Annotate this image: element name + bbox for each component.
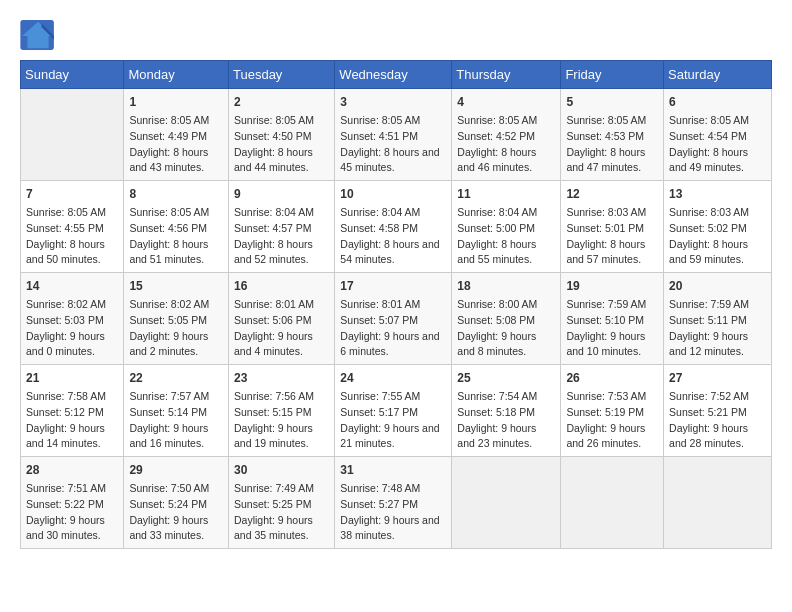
day-cell: 27Sunrise: 7:52 AMSunset: 5:21 PMDayligh… (664, 365, 772, 457)
sunset: Sunset: 5:15 PM (234, 406, 312, 418)
sunset: Sunset: 4:53 PM (566, 130, 644, 142)
daylight: Daylight: 9 hours and 12 minutes. (669, 330, 748, 358)
sunset: Sunset: 5:19 PM (566, 406, 644, 418)
daylight: Daylight: 9 hours and 0 minutes. (26, 330, 105, 358)
sunset: Sunset: 4:57 PM (234, 222, 312, 234)
daylight: Daylight: 8 hours and 45 minutes. (340, 146, 439, 174)
daylight: Daylight: 8 hours and 44 minutes. (234, 146, 313, 174)
daylight: Daylight: 8 hours and 43 minutes. (129, 146, 208, 174)
day-number: 15 (129, 277, 223, 295)
daylight: Daylight: 8 hours and 54 minutes. (340, 238, 439, 266)
sunset: Sunset: 5:01 PM (566, 222, 644, 234)
day-number: 24 (340, 369, 446, 387)
sunset: Sunset: 5:22 PM (26, 498, 104, 510)
sunrise: Sunrise: 7:48 AM (340, 482, 420, 494)
day-header-thursday: Thursday (452, 61, 561, 89)
day-number: 29 (129, 461, 223, 479)
week-row-1: 1Sunrise: 8:05 AMSunset: 4:49 PMDaylight… (21, 89, 772, 181)
day-cell: 30Sunrise: 7:49 AMSunset: 5:25 PMDayligh… (228, 457, 334, 549)
sunset: Sunset: 5:07 PM (340, 314, 418, 326)
sunrise: Sunrise: 7:56 AM (234, 390, 314, 402)
day-header-saturday: Saturday (664, 61, 772, 89)
day-cell: 11Sunrise: 8:04 AMSunset: 5:00 PMDayligh… (452, 181, 561, 273)
sunset: Sunset: 4:56 PM (129, 222, 207, 234)
day-cell: 14Sunrise: 8:02 AMSunset: 5:03 PMDayligh… (21, 273, 124, 365)
sunset: Sunset: 4:58 PM (340, 222, 418, 234)
day-cell: 7Sunrise: 8:05 AMSunset: 4:55 PMDaylight… (21, 181, 124, 273)
daylight: Daylight: 8 hours and 50 minutes. (26, 238, 105, 266)
sunset: Sunset: 5:27 PM (340, 498, 418, 510)
sunrise: Sunrise: 8:05 AM (669, 114, 749, 126)
day-cell: 16Sunrise: 8:01 AMSunset: 5:06 PMDayligh… (228, 273, 334, 365)
daylight: Daylight: 9 hours and 38 minutes. (340, 514, 439, 542)
daylight: Daylight: 9 hours and 4 minutes. (234, 330, 313, 358)
daylight: Daylight: 9 hours and 23 minutes. (457, 422, 536, 450)
sunrise: Sunrise: 8:03 AM (566, 206, 646, 218)
sunrise: Sunrise: 7:50 AM (129, 482, 209, 494)
daylight: Daylight: 9 hours and 21 minutes. (340, 422, 439, 450)
daylight: Daylight: 8 hours and 49 minutes. (669, 146, 748, 174)
sunset: Sunset: 5:02 PM (669, 222, 747, 234)
day-number: 16 (234, 277, 329, 295)
daylight: Daylight: 9 hours and 35 minutes. (234, 514, 313, 542)
day-cell: 3Sunrise: 8:05 AMSunset: 4:51 PMDaylight… (335, 89, 452, 181)
day-cell: 17Sunrise: 8:01 AMSunset: 5:07 PMDayligh… (335, 273, 452, 365)
sunrise: Sunrise: 8:05 AM (234, 114, 314, 126)
logo (20, 20, 62, 50)
sunset: Sunset: 5:14 PM (129, 406, 207, 418)
sunrise: Sunrise: 7:49 AM (234, 482, 314, 494)
logo-icon (20, 20, 56, 50)
day-cell: 5Sunrise: 8:05 AMSunset: 4:53 PMDaylight… (561, 89, 664, 181)
day-number: 21 (26, 369, 118, 387)
day-number: 4 (457, 93, 555, 111)
day-cell: 23Sunrise: 7:56 AMSunset: 5:15 PMDayligh… (228, 365, 334, 457)
sunrise: Sunrise: 7:57 AM (129, 390, 209, 402)
day-cell: 15Sunrise: 8:02 AMSunset: 5:05 PMDayligh… (124, 273, 229, 365)
day-number: 17 (340, 277, 446, 295)
sunset: Sunset: 5:06 PM (234, 314, 312, 326)
day-number: 19 (566, 277, 658, 295)
sunset: Sunset: 4:49 PM (129, 130, 207, 142)
sunrise: Sunrise: 8:05 AM (26, 206, 106, 218)
day-cell: 29Sunrise: 7:50 AMSunset: 5:24 PMDayligh… (124, 457, 229, 549)
day-cell: 6Sunrise: 8:05 AMSunset: 4:54 PMDaylight… (664, 89, 772, 181)
day-cell: 8Sunrise: 8:05 AMSunset: 4:56 PMDaylight… (124, 181, 229, 273)
day-number: 10 (340, 185, 446, 203)
sunrise: Sunrise: 7:53 AM (566, 390, 646, 402)
day-number: 7 (26, 185, 118, 203)
sunrise: Sunrise: 8:00 AM (457, 298, 537, 310)
daylight: Daylight: 8 hours and 59 minutes. (669, 238, 748, 266)
daylight: Daylight: 8 hours and 55 minutes. (457, 238, 536, 266)
daylight: Daylight: 9 hours and 14 minutes. (26, 422, 105, 450)
day-number: 11 (457, 185, 555, 203)
day-number: 22 (129, 369, 223, 387)
sunrise: Sunrise: 7:59 AM (669, 298, 749, 310)
sunset: Sunset: 5:00 PM (457, 222, 535, 234)
day-cell: 10Sunrise: 8:04 AMSunset: 4:58 PMDayligh… (335, 181, 452, 273)
day-number: 27 (669, 369, 766, 387)
daylight: Daylight: 8 hours and 52 minutes. (234, 238, 313, 266)
day-number: 14 (26, 277, 118, 295)
page-header (20, 20, 772, 50)
sunset: Sunset: 5:12 PM (26, 406, 104, 418)
daylight: Daylight: 9 hours and 10 minutes. (566, 330, 645, 358)
day-number: 26 (566, 369, 658, 387)
daylight: Daylight: 8 hours and 47 minutes. (566, 146, 645, 174)
sunrise: Sunrise: 7:51 AM (26, 482, 106, 494)
sunrise: Sunrise: 7:55 AM (340, 390, 420, 402)
sunset: Sunset: 5:05 PM (129, 314, 207, 326)
sunset: Sunset: 4:50 PM (234, 130, 312, 142)
day-cell: 18Sunrise: 8:00 AMSunset: 5:08 PMDayligh… (452, 273, 561, 365)
day-cell: 19Sunrise: 7:59 AMSunset: 5:10 PMDayligh… (561, 273, 664, 365)
sunrise: Sunrise: 8:05 AM (129, 114, 209, 126)
sunrise: Sunrise: 8:01 AM (234, 298, 314, 310)
day-number: 23 (234, 369, 329, 387)
day-number: 20 (669, 277, 766, 295)
sunrise: Sunrise: 8:05 AM (129, 206, 209, 218)
daylight: Daylight: 9 hours and 6 minutes. (340, 330, 439, 358)
day-number: 28 (26, 461, 118, 479)
sunrise: Sunrise: 8:02 AM (26, 298, 106, 310)
day-number: 30 (234, 461, 329, 479)
calendar-table: SundayMondayTuesdayWednesdayThursdayFrid… (20, 60, 772, 549)
daylight: Daylight: 8 hours and 51 minutes. (129, 238, 208, 266)
